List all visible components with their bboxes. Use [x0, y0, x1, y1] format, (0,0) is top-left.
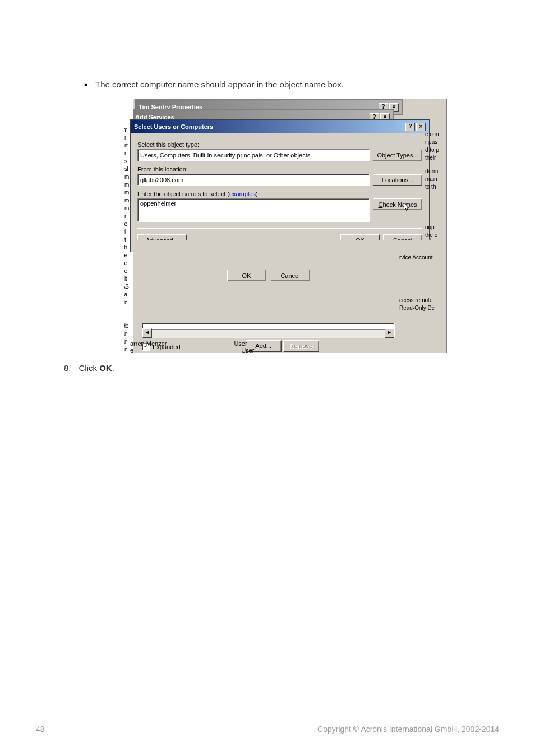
addsvc-cancel-button[interactable]: Cancel [271, 270, 310, 281]
scroll-left-icon[interactable]: ◄ [142, 328, 152, 338]
examples-link[interactable]: examples [229, 191, 256, 197]
bullet-line: ■ The correct computer name should appea… [84, 80, 344, 90]
bullet-square-icon: ■ [84, 80, 87, 90]
page-number: 48 [36, 725, 45, 734]
help-icon[interactable]: ? [405, 123, 415, 131]
location-label: From this location: [137, 166, 422, 173]
copyright-text: Copyright © Acronis International GmbH, … [317, 725, 499, 734]
object-types-button[interactable]: Object Types... [373, 150, 422, 161]
screenshot-composite: Tim Sentry Properties ? × Add Services ?… [124, 99, 447, 353]
bullet-text: The correct computer name should appear … [95, 80, 344, 90]
select-users-dialog: Select Users or Computers ? × Select thi… [130, 119, 430, 252]
add-services-body: Select All OK Cancel ◄ ► ✓ Expanded Add.… [136, 240, 400, 349]
close-icon[interactable]: × [416, 123, 426, 131]
addsvc-ok-button[interactable]: OK [227, 270, 266, 281]
remove-button: Remove [283, 340, 319, 352]
select-users-titlebar: Select Users or Computers ? × [131, 120, 429, 133]
user-list-rows: arren MenzerUser eUser [130, 340, 254, 353]
object-names-label: EEnter the object names to select (nter … [137, 191, 422, 197]
cropped-text-far-right: e con r pas d to p their rform main to t… [425, 131, 446, 239]
step-8: 8. Click OK. [64, 363, 114, 373]
object-names-input[interactable] [137, 198, 370, 222]
object-type-label: Select this object type: [137, 141, 422, 148]
step-text: Click OK. [79, 363, 114, 373]
location-field[interactable] [137, 174, 370, 186]
cropped-text-right: rvice Account ccess remote Read-Only Dc [398, 240, 446, 351]
check-names-button[interactable]: Check Names [373, 198, 422, 210]
select-users-title: Select Users or Computers [134, 123, 213, 130]
object-type-field[interactable] [137, 149, 370, 161]
services-list-scrollbar[interactable]: ◄ ► [142, 323, 395, 338]
scroll-right-icon[interactable]: ► [385, 328, 394, 338]
step-number: 8. [64, 363, 71, 373]
locations-button[interactable]: Locations... [373, 174, 422, 186]
